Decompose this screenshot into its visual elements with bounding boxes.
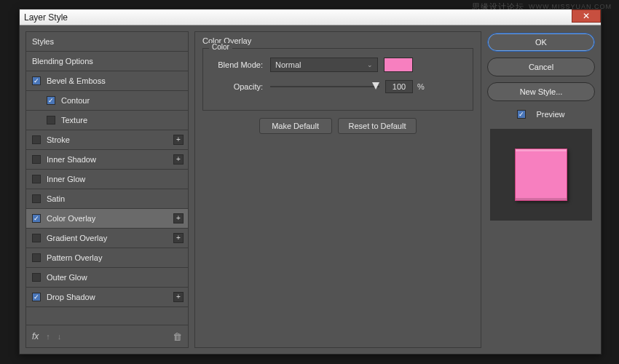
add-gradient-overlay-icon[interactable]: + (173, 233, 184, 243)
close-button[interactable]: ✕ (572, 9, 601, 23)
contour-checkbox[interactable] (47, 96, 55, 105)
opacity-input[interactable]: 100 (385, 80, 413, 93)
watermark-text: 思缘设计论坛 (472, 1, 524, 12)
opacity-label: Opacity: (212, 82, 263, 91)
texture-label: Texture (61, 116, 87, 124)
drop-shadow-label: Drop Shadow (47, 293, 95, 301)
opacity-slider[interactable] (270, 82, 379, 92)
gradient-overlay-checkbox[interactable] (32, 234, 41, 242)
color-overlay-label: Color Overlay (47, 214, 95, 223)
stroke-checkbox[interactable] (32, 135, 41, 144)
satin-label: Satin (47, 194, 65, 203)
color-legend: Color (209, 43, 232, 51)
pattern-overlay-item[interactable]: Pattern Overlay (26, 248, 188, 268)
blend-mode-value: Normal (275, 60, 301, 69)
add-color-overlay-icon[interactable]: + (173, 213, 184, 223)
satin-item[interactable]: Satin (26, 189, 188, 209)
pattern-overlay-checkbox[interactable] (32, 253, 41, 262)
inner-glow-item[interactable]: Inner Glow (26, 170, 188, 189)
drop-shadow-checkbox[interactable] (32, 293, 41, 301)
satin-checkbox[interactable] (32, 194, 41, 203)
inner-shadow-item[interactable]: Inner Shadow+ (26, 150, 188, 170)
reset-default-button[interactable]: Reset to Default (338, 118, 417, 134)
percent-label: % (417, 82, 425, 91)
gradient-overlay-label: Gradient Overlay (47, 234, 107, 242)
preview-checkbox[interactable] (517, 110, 526, 119)
watermark-url: WWW.MISSYUAN.COM (529, 3, 612, 10)
styles-footer: fx ↑ ↓ 🗑 (26, 325, 188, 347)
outer-glow-checkbox[interactable] (32, 273, 41, 282)
panel-title: Color Overlay (202, 36, 473, 45)
gradient-overlay-item[interactable]: Gradient Overlay+ (26, 229, 188, 248)
color-group: Color Blend Mode: Normal⌄ Opacity: 100 % (202, 48, 473, 111)
slider-thumb[interactable] (372, 82, 379, 90)
contour-item[interactable]: Contour (26, 91, 188, 111)
blend-mode-label: Blend Mode: (212, 60, 263, 69)
outer-glow-item[interactable]: Outer Glow (26, 268, 188, 288)
new-style-button[interactable]: New Style... (487, 82, 595, 101)
settings-panel: Color Overlay Color Blend Mode: Normal⌄ … (194, 31, 481, 348)
outer-glow-label: Outer Glow (47, 273, 87, 282)
opacity-row: Opacity: 100 % (212, 78, 464, 95)
slider-track (270, 86, 379, 87)
add-inner-shadow-icon[interactable]: + (173, 154, 184, 165)
chevron-down-icon: ⌄ (367, 61, 373, 68)
list-spacer (26, 307, 188, 325)
make-default-button[interactable]: Make Default (259, 118, 332, 134)
cancel-button[interactable]: Cancel (487, 58, 595, 76)
blending-label: Blending Options (32, 57, 93, 66)
inner-shadow-checkbox[interactable] (32, 155, 41, 164)
stroke-label: Stroke (47, 135, 70, 144)
dialog-title: Layer Style (24, 12, 68, 23)
preview-box (490, 129, 592, 221)
styles-label: Styles (32, 37, 54, 46)
bevel-checkbox[interactable] (32, 76, 41, 85)
bevel-emboss-item[interactable]: Bevel & Emboss (26, 71, 188, 91)
drop-shadow-item[interactable]: Drop Shadow+ (26, 288, 188, 307)
color-overlay-item[interactable]: Color Overlay+ (26, 209, 188, 229)
inner-glow-checkbox[interactable] (32, 175, 41, 183)
inner-glow-label: Inner Glow (47, 175, 85, 183)
inner-shadow-label: Inner Shadow (47, 155, 96, 164)
blend-mode-select[interactable]: Normal⌄ (270, 58, 378, 72)
styles-header[interactable]: Styles (26, 32, 188, 52)
ok-button[interactable]: OK (487, 33, 595, 52)
preview-swatch (515, 149, 567, 201)
fx-menu-icon[interactable]: fx (32, 331, 39, 341)
texture-item[interactable]: Texture (26, 111, 188, 130)
styles-list: Styles Blending Options Bevel & Emboss C… (25, 31, 189, 348)
blend-mode-row: Blend Mode: Normal⌄ (212, 56, 464, 74)
add-stroke-icon[interactable]: + (173, 135, 184, 145)
trash-icon[interactable]: 🗑 (173, 331, 182, 342)
pattern-overlay-label: Pattern Overlay (47, 253, 102, 262)
blending-options-item[interactable]: Blending Options (26, 52, 188, 71)
add-drop-shadow-icon[interactable]: + (173, 292, 184, 302)
stroke-item[interactable]: Stroke+ (26, 130, 188, 150)
bevel-label: Bevel & Emboss (47, 76, 106, 85)
preview-label: Preview (536, 110, 564, 119)
action-column: OK Cancel New Style... Preview (487, 31, 595, 348)
texture-checkbox[interactable] (47, 116, 55, 124)
move-up-icon[interactable]: ↑ (46, 332, 50, 341)
contour-label: Contour (61, 96, 90, 105)
dialog-body: Styles Blending Options Bevel & Emboss C… (20, 25, 601, 354)
layer-style-dialog: Layer Style ✕ Styles Blending Options Be… (19, 9, 602, 355)
color-swatch[interactable] (384, 58, 413, 72)
color-overlay-checkbox[interactable] (32, 214, 41, 223)
default-buttons: Make Default Reset to Default (202, 118, 473, 134)
move-down-icon[interactable]: ↓ (58, 332, 62, 341)
preview-row: Preview (487, 110, 595, 119)
